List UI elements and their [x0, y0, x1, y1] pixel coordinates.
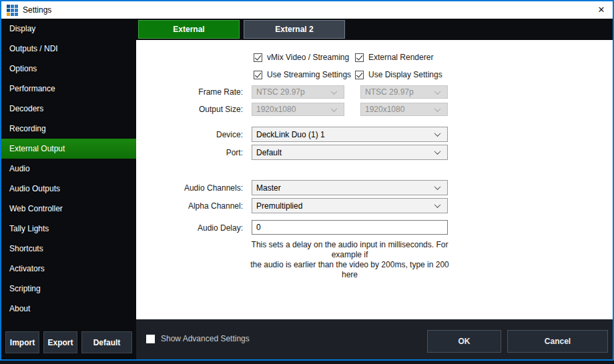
tab-strip: External External 2 — [136, 19, 613, 40]
sidebar-item-web-controller[interactable]: Web Controller — [1, 199, 136, 219]
output-size-select-2: 1920x1080 — [360, 103, 448, 116]
tab-external[interactable]: External — [138, 20, 240, 39]
alpha-channel-label: Alpha Channel: — [136, 201, 243, 211]
output-size-label: Output Size: — [136, 105, 243, 114]
external-output-form: vMix Video / Streaming External Renderer… — [136, 40, 613, 319]
cancel-button[interactable]: Cancel — [507, 330, 608, 353]
use-streaming-settings-checkbox[interactable]: Use Streaming Settings — [254, 70, 351, 79]
checkbox-label: Use Streaming Settings — [267, 70, 351, 79]
device-select[interactable]: DeckLink Duo (1) 1 — [252, 127, 448, 142]
sidebar-item-activators[interactable]: Activators — [1, 259, 136, 279]
chevron-down-icon — [331, 105, 338, 112]
export-button[interactable]: Export — [43, 331, 77, 353]
sidebar-item-about[interactable]: About — [1, 299, 136, 319]
external-renderer-checkbox[interactable]: External Renderer — [355, 53, 433, 62]
import-button[interactable]: Import — [5, 331, 39, 353]
chevron-down-icon — [434, 130, 441, 137]
checkbox-label: vMix Video / Streaming — [267, 53, 349, 62]
checkbox-icon — [146, 335, 155, 343]
sidebar-item-scripting[interactable]: Scripting — [1, 279, 136, 299]
chevron-down-icon — [434, 88, 441, 95]
sidebar-item-tally-lights[interactable]: Tally Lights — [1, 219, 136, 239]
main-panel: External External 2 vMix Video / Streami… — [136, 19, 613, 359]
chevron-down-icon — [434, 105, 441, 112]
sidebar-item-audio-outputs[interactable]: Audio Outputs — [1, 179, 136, 199]
use-display-settings-checkbox[interactable]: Use Display Settings — [355, 70, 442, 79]
checkbox-label: Show Advanced Settings — [161, 334, 250, 343]
sidebar-item-options[interactable]: Options — [1, 59, 136, 79]
sidebar-item-shortcuts[interactable]: Shortcuts — [1, 239, 136, 259]
sidebar-item-decoders[interactable]: Decoders — [1, 99, 136, 119]
audio-channels-select[interactable]: Master — [252, 180, 448, 195]
alpha-channel-select[interactable]: Premultiplied — [252, 198, 448, 213]
audio-delay-label: Audio Delay: — [136, 223, 243, 233]
tab-external-2[interactable]: External 2 — [244, 20, 345, 39]
audio-channels-label: Audio Channels: — [136, 183, 243, 193]
sidebar-item-audio[interactable]: Audio — [1, 159, 136, 179]
sidebar-button-row: Import Export Default — [1, 331, 136, 359]
show-advanced-settings-checkbox[interactable]: Show Advanced Settings — [146, 334, 250, 343]
sidebar-item-recording[interactable]: Recording — [1, 119, 136, 139]
vmix-logo-icon — [7, 5, 18, 16]
ok-button[interactable]: OK — [427, 330, 501, 353]
port-select[interactable]: Default — [252, 145, 448, 160]
checkbox-icon — [355, 71, 364, 79]
checkbox-label: Use Display Settings — [368, 70, 442, 79]
frame-rate-select-1: NTSC 29.97p — [252, 85, 344, 99]
close-icon[interactable]: ✕ — [590, 1, 613, 19]
chevron-down-icon — [434, 148, 441, 155]
settings-sidebar: Display Outputs / NDI Options Performanc… — [1, 19, 136, 359]
chevron-down-icon — [434, 183, 441, 190]
audio-delay-input[interactable] — [252, 220, 448, 235]
sidebar-item-performance[interactable]: Performance — [1, 79, 136, 99]
sidebar-item-outputs-ndi[interactable]: Outputs / NDI — [1, 39, 136, 59]
settings-window: Settings ✕ Display Outputs / NDI Options… — [0, 0, 614, 361]
frame-rate-select-2: NTSC 29.97p — [360, 85, 448, 99]
default-button[interactable]: Default — [81, 331, 132, 353]
checkbox-icon — [254, 53, 262, 62]
checkbox-label: External Renderer — [368, 53, 433, 62]
sidebar-item-external-output[interactable]: External Output — [1, 139, 136, 159]
window-title: Settings — [23, 5, 51, 15]
chevron-down-icon — [434, 201, 441, 208]
device-label: Device: — [136, 130, 243, 139]
chevron-down-icon — [331, 88, 338, 95]
sidebar-item-display[interactable]: Display — [1, 19, 136, 39]
checkbox-icon — [355, 53, 364, 62]
title-bar: Settings ✕ — [1, 1, 613, 19]
footer-bar: Show Advanced Settings OK Cancel — [136, 319, 613, 359]
output-size-select-1: 1920x1080 — [252, 103, 344, 116]
frame-rate-label: Frame Rate: — [136, 87, 243, 97]
vmix-video-streaming-checkbox[interactable]: vMix Video / Streaming — [254, 53, 349, 62]
audio-delay-help-text: This sets a delay on the audio input in … — [243, 240, 456, 280]
port-label: Port: — [136, 148, 243, 157]
checkbox-icon — [254, 71, 262, 79]
sidebar-nav: Display Outputs / NDI Options Performanc… — [1, 19, 136, 319]
